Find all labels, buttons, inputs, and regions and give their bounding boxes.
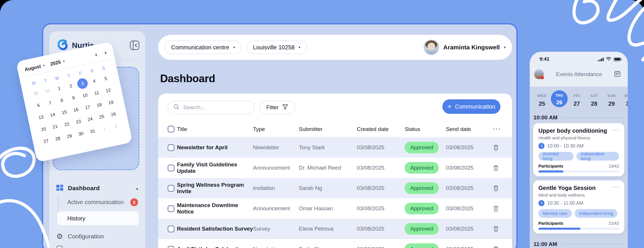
cell-title: Resident Satisfaction Survey: [177, 226, 253, 232]
table-header: Title Type Submitter Created date Status…: [158, 121, 512, 137]
facility-avatar[interactable]: [534, 69, 544, 80]
status-badge: Approved: [405, 203, 439, 214]
sidebar-item-active-communication[interactable]: Active communication 2: [67, 197, 138, 207]
sidebar-collapse-icon[interactable]: [129, 40, 140, 51]
delete-button[interactable]: [493, 185, 504, 192]
topbar: Communication centre ▾ Louisville 10258 …: [158, 35, 512, 60]
participants-label: Participants: [538, 163, 563, 168]
row-checkbox[interactable]: [168, 144, 174, 151]
table-row[interactable]: Family Visit Guidelines Update Announcem…: [158, 158, 512, 178]
day-selector-item[interactable]: WED 25: [533, 87, 551, 118]
cell-send-date: 03/08/2025: [446, 165, 493, 171]
event-tag: Independent living: [575, 209, 618, 218]
cell-submitter: Emily Chen: [299, 246, 357, 248]
select-all-checkbox[interactable]: [168, 126, 174, 132]
calendar-day[interactable]: 2: [109, 119, 123, 134]
signal-icon: [598, 57, 604, 61]
delete-button[interactable]: [493, 246, 504, 248]
day-of-week: SAT: [585, 94, 603, 98]
calendar-month-select[interactable]: August ▾: [24, 63, 45, 72]
add-communication-button[interactable]: + Communication: [442, 99, 500, 114]
table-row[interactable]: Newsletter for April Newsletter Tony Sta…: [158, 137, 512, 158]
day-selector-item[interactable]: SUN 29: [603, 87, 620, 118]
clock-icon: [538, 200, 544, 206]
day-selector-item[interactable]: FRI 27: [568, 87, 585, 118]
cell-send-date: 03/08/2025: [446, 246, 493, 248]
row-checkbox[interactable]: [168, 185, 174, 192]
day-number: 30: [620, 100, 628, 107]
column-created-date: Created date: [357, 126, 405, 132]
event-tag: Independent living: [576, 152, 619, 161]
delete-button[interactable]: [493, 165, 504, 171]
delete-button[interactable]: [493, 205, 504, 212]
calendar-month-label: August: [24, 63, 41, 72]
cell-title: Maintenance Downtime Notice: [177, 202, 253, 215]
participants-label: Participants: [538, 221, 563, 226]
sidebar-item-dashboard[interactable]: Dashboard ▴: [56, 183, 138, 193]
column-submitter: Submitter: [299, 126, 357, 132]
event-card[interactable]: Gentle Yoga Session ··· Mind and body we…: [533, 180, 624, 233]
context-dropdown[interactable]: Communication centre ▾: [164, 41, 242, 54]
sidebar-item-history[interactable]: History: [57, 211, 139, 225]
day-selector-item[interactable]: MON 30: [620, 87, 628, 118]
event-title: Gentle Yoga Session: [538, 184, 596, 192]
cell-send-date: 03/08/2025: [446, 205, 493, 212]
column-menu-icon[interactable]: ···: [493, 125, 504, 133]
chevron-up-icon[interactable]: ▴: [136, 186, 138, 191]
participants-progress-fill: [538, 228, 580, 230]
event-menu-icon[interactable]: ···: [613, 127, 619, 133]
calendar-icon[interactable]: [614, 70, 621, 78]
event-tag: Assisted living: [538, 152, 574, 161]
event-card[interactable]: Upper body conditioning ··· Health and p…: [533, 123, 624, 176]
delete-button[interactable]: [493, 226, 504, 232]
row-checkbox[interactable]: [168, 205, 174, 212]
delete-button[interactable]: [493, 144, 504, 151]
search-icon: [173, 104, 180, 111]
participants-count: 13/42: [609, 164, 619, 168]
search-input[interactable]: [183, 104, 254, 111]
content-card: Filter + Communication Title Type Submit…: [158, 94, 512, 248]
event-time: 10:30 - 11:00 AM: [547, 200, 583, 206]
chevron-down-icon: ▾: [299, 45, 301, 49]
calendar-next-icon[interactable]: ›: [104, 49, 107, 55]
sidebar-item-configuration[interactable]: ⚙ Configuration: [56, 231, 138, 242]
status-badge: Approved: [405, 182, 439, 194]
day-number: 25: [533, 100, 551, 107]
day-of-week: THU: [551, 94, 568, 98]
user-menu[interactable]: Araminta Kingswell ▾: [424, 39, 506, 55]
row-checkbox[interactable]: [168, 226, 174, 232]
cell-created-date: 03/08/2025: [357, 226, 405, 232]
day-selector-item[interactable]: THU 26: [551, 87, 568, 118]
user-name: Araminta Kingswell: [443, 44, 500, 51]
day-of-week: MON: [620, 94, 628, 98]
participants-progress-fill: [538, 170, 563, 172]
cell-created-date: 03/08/2025: [357, 246, 405, 248]
row-checkbox[interactable]: [168, 165, 174, 171]
cell-submitter: Elena Petrova: [299, 226, 357, 232]
location-dropdown[interactable]: Louisville 10258 ▾: [246, 41, 307, 54]
cell-send-date: 03/08/2025: [446, 185, 493, 191]
table-row[interactable]: Spring Wellness Program Invite Invitatio…: [158, 178, 512, 198]
calendar-year-select[interactable]: 2025 ▾: [50, 58, 65, 67]
calendar-prev-icon[interactable]: ‹: [95, 51, 98, 57]
calendar-day[interactable]: 3: [75, 76, 90, 91]
cell-send-date: 03/08/2025: [446, 144, 493, 151]
status-badge: Approved: [405, 162, 439, 174]
cell-submitter: Sarah Ng: [299, 185, 357, 191]
event-menu-icon[interactable]: ···: [613, 184, 619, 190]
context-dropdown-label: Communication centre: [171, 44, 229, 51]
table-row[interactable]: Resident Satisfaction Survey Survey Elen…: [158, 219, 512, 239]
time-divider: [562, 117, 624, 118]
chevron-down-icon: ▾: [504, 45, 506, 49]
time-label: 11:00 AM: [533, 241, 557, 247]
chevron-down-icon: ▾: [63, 59, 65, 63]
cell-type: Announcement: [253, 165, 299, 171]
filter-button[interactable]: Filter: [260, 101, 295, 114]
cell-title: Newsletter for April: [177, 144, 253, 151]
row-checkbox[interactable]: [168, 246, 174, 248]
day-selector-item[interactable]: SAT 28: [585, 87, 603, 118]
table-row[interactable]: April Birthday Celebration Newsletter Em…: [158, 239, 512, 248]
event-tags: Assisted livingIndependent living: [538, 152, 619, 161]
table-row[interactable]: Maintenance Downtime Notice Announcement…: [158, 198, 512, 219]
battery-icon: [614, 57, 621, 61]
